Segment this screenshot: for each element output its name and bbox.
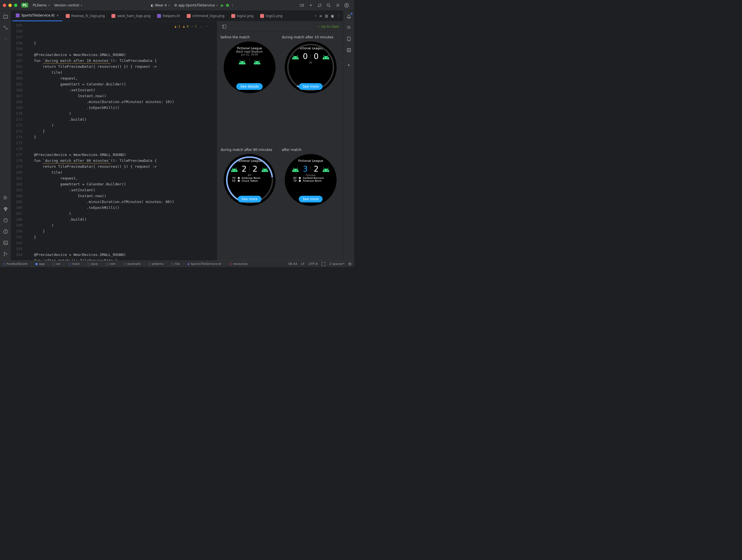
svg-line-43 bbox=[236, 168, 237, 169]
tile-button[interactable]: See details bbox=[236, 83, 263, 90]
breadcrumb-item[interactable]: ⓘ resources bbox=[229, 262, 248, 266]
svg-line-37 bbox=[323, 55, 324, 56]
warning-count: ▲ 4 bbox=[183, 23, 189, 30]
run-config-selector[interactable]: ⚙app.SportsTileService▾ bbox=[172, 2, 220, 8]
file-encoding[interactable]: UTF-8 bbox=[309, 262, 318, 266]
breadcrumb-item[interactable]: ▢ main bbox=[68, 262, 80, 266]
breadcrumb-item[interactable]: ◆ SportsTileService.kt bbox=[187, 262, 221, 266]
next-highlight-icon[interactable]: ﹀ bbox=[206, 23, 209, 30]
search-icon[interactable] bbox=[326, 3, 331, 8]
settings-icon[interactable] bbox=[335, 3, 340, 8]
svg-line-50 bbox=[293, 168, 294, 169]
debug-button[interactable]: ⬢ bbox=[225, 3, 230, 8]
svg-point-41 bbox=[235, 170, 236, 170]
tile-button[interactable]: See more bbox=[238, 196, 262, 202]
mem-indicator-icon[interactable]: ⏻ bbox=[348, 262, 352, 266]
bug-icon[interactable]: ✦ bbox=[308, 3, 313, 8]
tab-label: west_ham_logo.png bbox=[117, 14, 150, 18]
close-window[interactable] bbox=[3, 4, 6, 7]
emulator-icon[interactable] bbox=[346, 47, 352, 53]
device-manager-icon[interactable] bbox=[346, 36, 352, 42]
logcat-tool-icon[interactable] bbox=[3, 217, 9, 223]
tab-west_ham_logo-png[interactable]: west_ham_logo.png bbox=[108, 11, 154, 21]
wear-preview-pane: ✓ Up-to-date before the matchFictional L… bbox=[217, 21, 343, 260]
tab-label: themes_fc_logo.png bbox=[71, 14, 105, 18]
project-selector[interactable]: PLDemo▾ bbox=[31, 2, 52, 8]
chevron-down-icon: ▾ bbox=[81, 4, 82, 7]
close-icon[interactable]: ✕ bbox=[56, 14, 59, 17]
tab-SportsTileService-kt[interactable]: SportsTileService.kt✕ bbox=[12, 11, 62, 21]
svg-line-24 bbox=[240, 60, 241, 61]
tile-button[interactable]: See more bbox=[299, 196, 323, 202]
terminal-tool-icon[interactable] bbox=[3, 240, 9, 246]
tab-label: SportsTileService.kt bbox=[21, 13, 55, 17]
build-tool-icon[interactable] bbox=[3, 195, 9, 201]
minimize-window[interactable] bbox=[8, 4, 12, 7]
preview-refresh-icon[interactable] bbox=[221, 23, 227, 30]
breadcrumb-item[interactable]: ▢ example bbox=[123, 262, 141, 266]
weak-warning-count: ✓ 5 bbox=[191, 23, 197, 30]
tabs-dropdown[interactable]: ▾ bbox=[315, 14, 317, 17]
device-icon: ◐ bbox=[151, 3, 154, 7]
tab-logo2-png[interactable]: logo2.png bbox=[228, 11, 257, 21]
tab-options-icon[interactable]: ⋮ bbox=[337, 14, 340, 18]
svg-rect-19 bbox=[231, 14, 235, 18]
code-with-me-icon[interactable] bbox=[299, 3, 304, 8]
code-area[interactable]: ▲ 1 ▲ 4 ✓ 5 ︿ ﹀ } @Preview(device = Wear… bbox=[25, 21, 214, 260]
editor-scrollbar[interactable] bbox=[214, 21, 217, 260]
vcs-tool-icon[interactable] bbox=[3, 251, 9, 257]
preview-after-match: after matchFictional League32Full-time85… bbox=[282, 148, 340, 257]
breadcrumb-item[interactable]: ▢ com bbox=[105, 262, 116, 266]
project-tool-icon[interactable] bbox=[3, 13, 9, 19]
svg-line-55 bbox=[328, 168, 328, 169]
svg-rect-14 bbox=[16, 13, 19, 17]
svg-line-42 bbox=[232, 168, 233, 169]
notifications-icon[interactable] bbox=[346, 13, 352, 19]
breadcrumb-item[interactable]: ▢ src bbox=[52, 262, 61, 266]
project-name: PLDemo bbox=[33, 3, 47, 7]
account-icon[interactable] bbox=[344, 3, 349, 8]
svg-line-33 bbox=[293, 55, 294, 56]
breadcrumb-item[interactable]: ▢ pldemo bbox=[148, 262, 163, 266]
breadcrumb-item[interactable]: ▢ java bbox=[87, 262, 98, 266]
maximize-window[interactable] bbox=[14, 4, 17, 7]
tab-richmond_logo-png[interactable]: richmond_logo.png bbox=[183, 11, 228, 21]
tab-Helpers-kt[interactable]: Helpers.kt bbox=[154, 11, 183, 21]
updates-icon[interactable] bbox=[317, 3, 322, 8]
preview-status: ✓ Up-to-date bbox=[317, 24, 339, 29]
problems-tool-icon[interactable] bbox=[3, 228, 9, 235]
more-tools-icon[interactable]: ⋯ bbox=[3, 36, 9, 42]
inspections-widget[interactable]: ▲ 1 ▲ 4 ✓ 5 ︿ ﹀ bbox=[173, 23, 210, 30]
svg-point-52 bbox=[324, 170, 325, 170]
structure-tool-icon[interactable] bbox=[3, 24, 9, 31]
breadcrumb-item[interactable]: ▣ app bbox=[35, 262, 45, 266]
prev-highlight-icon[interactable]: ︿ bbox=[200, 23, 203, 30]
tab-logo1-png[interactable]: logo1.png bbox=[257, 11, 286, 21]
svg-point-35 bbox=[324, 57, 325, 58]
device-selector[interactable]: ◐Wear 4▾ bbox=[149, 2, 172, 8]
breadcrumbs[interactable]: □ FootballScore〉▣ app〉▢ src〉▢ main〉▢ jav… bbox=[3, 262, 248, 266]
chevron-down-icon: ▾ bbox=[48, 4, 50, 7]
gradle-tool-icon[interactable] bbox=[346, 24, 352, 31]
svg-point-36 bbox=[327, 57, 328, 58]
split-view-icon[interactable]: ▥ bbox=[325, 14, 328, 18]
indent-info[interactable]: 2 spaces* bbox=[329, 262, 344, 266]
image-view-icon[interactable]: ▣ bbox=[331, 14, 334, 18]
readonly-toggle-icon[interactable] bbox=[321, 262, 325, 266]
gem-tool-icon[interactable] bbox=[3, 206, 9, 212]
more-actions[interactable]: ⋮ bbox=[230, 3, 235, 8]
line-separator[interactable]: LF bbox=[301, 262, 304, 266]
code-editor[interactable]: 155 156 157 158 159 160 161 162 163 164 … bbox=[11, 21, 217, 260]
ai-assistant-icon[interactable]: ✦ bbox=[346, 62, 352, 68]
window-controls bbox=[3, 4, 17, 7]
run-button[interactable]: ▶ bbox=[220, 3, 225, 8]
vcs-selector[interactable]: Version control▾ bbox=[52, 2, 84, 8]
breadcrumb-item[interactable]: ▢ tile bbox=[171, 262, 180, 266]
tile-button[interactable]: See more bbox=[299, 83, 323, 90]
caret-position[interactable]: 56:43 bbox=[288, 262, 297, 266]
list-view-icon[interactable]: ≡ bbox=[319, 14, 322, 18]
preview-label: during match after 80 minutes bbox=[221, 148, 279, 152]
svg-point-32 bbox=[297, 57, 297, 58]
breadcrumb-item[interactable]: □ FootballScore bbox=[3, 262, 28, 266]
tab-themes_fc_logo-png[interactable]: themes_fc_logo.png bbox=[62, 11, 108, 21]
